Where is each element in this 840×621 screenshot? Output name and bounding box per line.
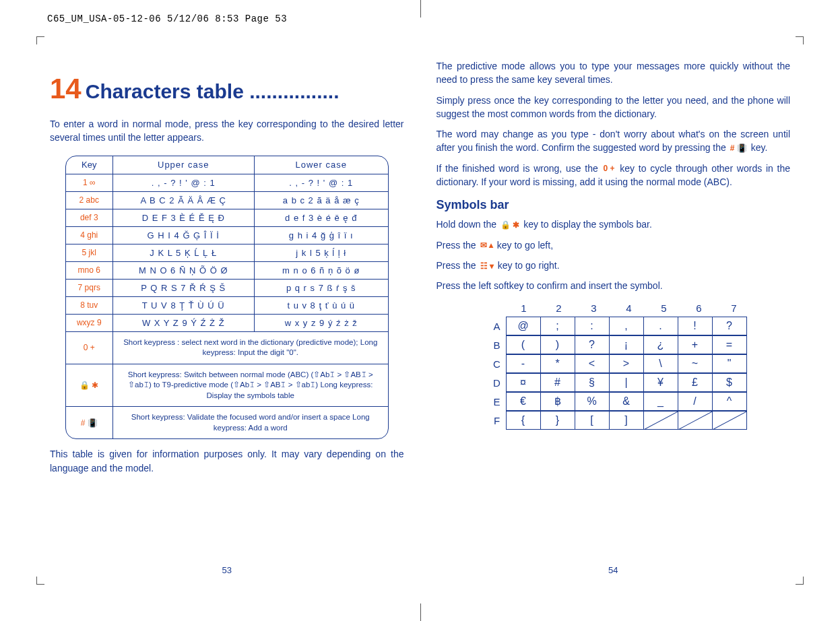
text-run: Press the [437, 240, 476, 251]
grid-cell: ( [506, 335, 541, 354]
key-cell: 7 pqrs [66, 280, 113, 296]
grid-cell: $ [712, 373, 747, 392]
grid-col-label: 3 [577, 300, 612, 317]
note-cell: Short keypress: Switch between normal mo… [113, 364, 388, 407]
zero-key-icon: 0 + [602, 163, 616, 174]
grid-cell: " [712, 354, 747, 373]
upper-cell: T U V 8 Ţ Ť Ù Ú Ü [113, 297, 255, 314]
key-cell: 1 ∞ [66, 174, 113, 191]
key-cell: mno 6 [66, 262, 113, 279]
grid-cell: ? [712, 317, 747, 335]
grid-cell: § [575, 373, 610, 392]
upper-cell: . , - ? ! ' @ : 1 [113, 174, 255, 191]
grid-cell: & [609, 392, 644, 411]
symbols-grid: 1 2 3 4 5 6 7 A@;:,.!?B()?¡¿+=C-*<>\~"D¤… [488, 300, 775, 430]
characters-table: Key Upper case Lower case 1 ∞ . , - ? ! … [65, 156, 389, 440]
upper-cell: A B C 2 Ã Ä Å Æ Ç [113, 192, 255, 209]
grid-cell: ? [575, 335, 610, 354]
symbols-line: Press the ☷ ▾ key to go right. [437, 259, 791, 272]
grid-row: C-*<>\~" [488, 355, 775, 374]
text-run: key to display the symbols bar. [523, 219, 652, 230]
grid-col-label: 4 [612, 300, 647, 317]
hash-key-icon: # 📳 [729, 143, 748, 154]
grid-col-label: 6 [682, 300, 717, 317]
grid-header: 1 2 3 4 5 6 7 [488, 300, 775, 317]
text-run: Press the [437, 260, 476, 271]
table-row: 2 abc A B C 2 Ã Ä Å Æ Ç a b c 2 ã ä å æ … [66, 191, 388, 209]
grid-cell: , [609, 317, 644, 335]
grid-cell [712, 411, 747, 430]
lower-cell: a b c 2 ã ä å æ ç [255, 192, 388, 209]
table-row: wxyz 9 W X Y Z 9 Ý Ź Ż Ž w x y z 9 ý ź ż… [66, 314, 388, 331]
grid-cell: ) [540, 335, 575, 354]
lower-cell: j k l 5 ķ ĺ ļ ł [255, 244, 388, 261]
table-footnote: This table is given for information purp… [50, 447, 404, 475]
grid-row-label: A [488, 317, 507, 336]
key-cell: wxyz 9 [66, 315, 113, 331]
text-run: If the finished word is wrong, use the [437, 163, 598, 174]
symbols-line: Press the left softkey to confirm and in… [437, 279, 791, 292]
text-run: key. [751, 142, 768, 153]
text-run: Hold down the [437, 219, 497, 230]
upper-cell: P Q R S 7 Ř Ŕ Ş Š [113, 280, 255, 296]
grid-cell [678, 411, 713, 430]
grid-cell: \ [643, 354, 678, 373]
grid-cell: ¿ [643, 335, 678, 354]
key-cell: 8 tuv [66, 297, 113, 314]
text-run: key to go left, [497, 240, 553, 251]
paragraph: Simply press once the key corresponding … [437, 94, 791, 121]
grid-cell: / [678, 392, 713, 411]
grid-cell: ] [609, 411, 644, 430]
grid-cell: % [575, 392, 610, 411]
book-down-key-icon: ☷ ▾ [479, 261, 495, 272]
page-left: 14 Characters table ................ To … [50, 59, 404, 574]
lower-cell: g h i 4 ğ ģ î ï ı [255, 227, 388, 244]
note-cell: Short keypress : select next word in the… [113, 332, 388, 364]
grid-cell: + [678, 335, 713, 354]
grid-row: B()?¡¿+= [488, 336, 775, 355]
grid-row: A@;:,.!? [488, 317, 775, 336]
lock-star-key-icon: 🔒 ✱ [499, 220, 521, 231]
lower-cell: t u v 8 ţ ť ù ú ü [255, 297, 388, 314]
grid-row-label: B [488, 336, 507, 355]
grid-cell: ^ [712, 392, 747, 411]
grid-cell: { [506, 411, 541, 430]
paragraph: The predictive mode allows you to type y… [437, 59, 791, 87]
grid-cell: £ [678, 373, 713, 392]
lower-cell: m n o 6 ñ ņ õ ö ø [255, 262, 388, 279]
table-row: mno 6 M N O 6 Ñ Ņ Õ Ö Ø m n o 6 ñ ņ õ ö … [66, 261, 388, 279]
grid-cell: } [540, 411, 575, 430]
grid-col-label: 7 [717, 300, 752, 317]
grid-cell: > [609, 354, 644, 373]
table-row: 4 ghi G H I 4 Ğ Ģ Î Ï İ g h i 4 ğ ģ î ï … [66, 226, 388, 244]
key-cell: 🔒 ✱ [66, 364, 113, 407]
upper-cell: D E F 3 È É Ě Ę Đ [113, 209, 255, 226]
symbols-line: Hold down the 🔒 ✱ key to display the sym… [437, 218, 791, 231]
grid-cell: : [575, 317, 610, 335]
col-key: Key [66, 156, 113, 174]
grid-cell: = [712, 335, 747, 354]
table-note-row: 0 + Short keypress : select next word in… [66, 331, 388, 364]
grid-row: D¤#§|¥£$ [488, 374, 775, 393]
grid-cell: # [540, 373, 575, 392]
grid-cell: @ [506, 317, 541, 335]
grid-col-label: 1 [507, 300, 542, 317]
grid-cell: [ [575, 411, 610, 430]
grid-cell: ; [540, 317, 575, 335]
note-cell: Short keypress: Validate the focused wor… [113, 407, 388, 438]
grid-row-label: C [488, 355, 507, 374]
paragraph: The word may change as you type - don't … [437, 127, 791, 155]
mail-up-key-icon: ✉ ▴ [479, 240, 494, 251]
col-lower: Lower case [255, 156, 388, 174]
paragraph: If the finished word is wrong, use the 0… [437, 162, 791, 189]
grid-cell: < [575, 354, 610, 373]
table-row: 7 pqrs P Q R S 7 Ř Ŕ Ş Š p q r s 7 ß ŕ ş… [66, 279, 388, 296]
grid-row: F{}[] [488, 412, 775, 430]
grid-cell: ~ [678, 354, 713, 373]
grid-cell: ¤ [506, 373, 541, 392]
grid-cell: | [609, 373, 644, 392]
symbols-heading: Symbols bar [437, 198, 791, 212]
key-cell: 0 + [66, 332, 113, 364]
table-row: 8 tuv T U V 8 Ţ Ť Ù Ú Ü t u v 8 ţ ť ù ú … [66, 296, 388, 314]
chapter-title: Characters table ................ [86, 80, 340, 103]
